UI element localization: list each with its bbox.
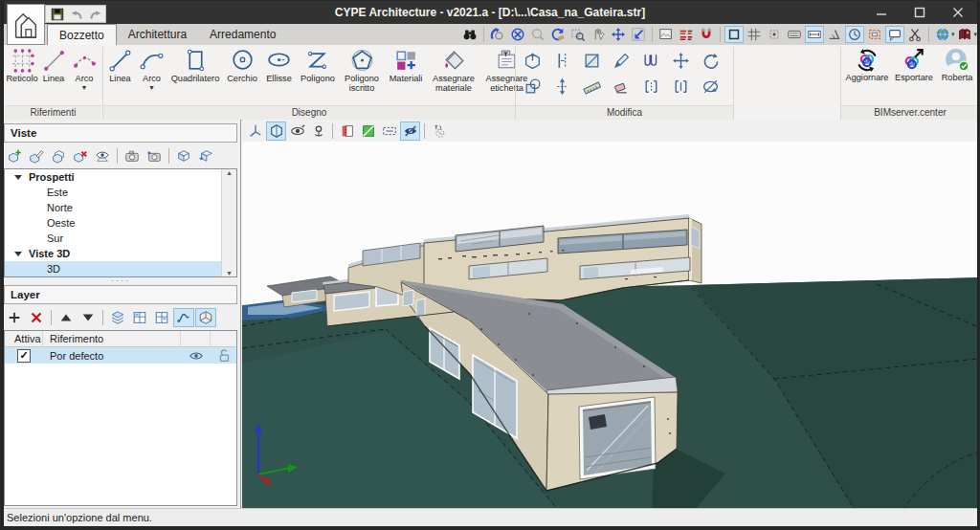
zoom-window-icon[interactable] xyxy=(568,26,588,43)
open-view-icon[interactable] xyxy=(173,146,194,166)
layer-row-por-defecto[interactable]: ✓ Por defecto xyxy=(5,347,236,364)
join-icon[interactable] xyxy=(666,74,696,99)
edit-view-icon[interactable] xyxy=(26,146,47,166)
layer-stack-icon[interactable] xyxy=(107,308,128,327)
hide-elements-icon[interactable] xyxy=(400,121,420,141)
aggiornare-button[interactable]: Aggiornare xyxy=(843,45,891,83)
tab-bozzetto[interactable]: Bozzetto xyxy=(47,24,117,46)
search-binoculars-icon[interactable] xyxy=(460,26,479,43)
poligono-iscritto-button[interactable]: Poligono iscritto xyxy=(339,45,385,94)
turntable-icon[interactable] xyxy=(308,121,328,141)
selection-box-icon[interactable] xyxy=(865,26,884,43)
intersect-icon[interactable] xyxy=(518,74,547,99)
minimize-button[interactable] xyxy=(862,1,901,24)
copy-view-icon[interactable] xyxy=(48,146,69,166)
measure-icon[interactable] xyxy=(577,74,607,99)
orbit-icon[interactable] xyxy=(287,121,307,141)
zoom-region-icon[interactable] xyxy=(488,26,507,43)
visibility-icon[interactable] xyxy=(92,146,113,166)
3d-canvas[interactable] xyxy=(242,142,979,511)
curve-toggle-icon[interactable] xyxy=(173,308,194,327)
esportare-button[interactable]: Esportare xyxy=(891,45,937,83)
move-view-icon[interactable] xyxy=(609,26,628,43)
open-view-arrow-icon[interactable] xyxy=(195,146,216,166)
layer-grid2-icon[interactable] xyxy=(151,308,172,327)
axes-icon[interactable] xyxy=(245,121,265,141)
angle-icon[interactable] xyxy=(825,26,844,43)
chevron-down-icon[interactable] xyxy=(14,252,22,256)
undo-icon[interactable] xyxy=(68,7,84,21)
tree-item-norte[interactable]: Norte xyxy=(5,200,236,215)
add-view-icon[interactable] xyxy=(4,146,25,166)
arco-rif-button[interactable]: Arco ▼ xyxy=(68,45,100,90)
tree-item-oeste[interactable]: Oeste xyxy=(5,215,236,231)
add-layer-icon[interactable] xyxy=(4,308,25,327)
web-globe-icon[interactable] xyxy=(933,26,952,43)
tree-item-este[interactable]: Este xyxy=(5,185,236,200)
render-3d-icon[interactable] xyxy=(429,121,449,141)
ortho-toggle-icon[interactable] xyxy=(724,26,744,43)
active-checkbox[interactable]: ✓ xyxy=(17,349,31,363)
ellisse-button[interactable]: Ellisse xyxy=(261,45,297,84)
tree-group-viste-3d[interactable]: Viste 3D xyxy=(5,246,236,261)
move-down-icon[interactable] xyxy=(78,308,99,327)
tree-scrollbar[interactable]: ▲▼ xyxy=(221,169,236,276)
delete-view-icon[interactable] xyxy=(70,146,91,166)
close-button[interactable] xyxy=(939,1,977,24)
cerchio-button[interactable]: Cerchio xyxy=(223,45,261,84)
quadrilatero-button[interactable]: Quadrilatero xyxy=(167,45,223,84)
annotation-icon[interactable] xyxy=(885,26,904,43)
tree-item-3d[interactable]: 3D xyxy=(5,261,222,276)
panel-splitter[interactable]: ···· xyxy=(4,278,237,284)
linea-button[interactable]: Linea xyxy=(104,45,136,84)
eye-icon[interactable] xyxy=(182,347,211,364)
redo-icon[interactable] xyxy=(87,7,103,21)
help-book-icon[interactable] xyxy=(955,26,974,43)
keyboard-icon[interactable] xyxy=(785,26,804,43)
trim-icon[interactable] xyxy=(577,48,607,74)
tab-architettura[interactable]: Architettura xyxy=(117,24,198,45)
cube-toggle-icon[interactable] xyxy=(195,308,216,327)
dxf-dwg-icon[interactable] xyxy=(677,26,696,43)
cut-icon[interactable] xyxy=(905,26,924,43)
stretch-icon[interactable] xyxy=(547,74,577,99)
maximize-button[interactable] xyxy=(901,1,939,24)
roberta-user-button[interactable]: Roberta xyxy=(937,45,977,83)
fit-view-icon[interactable] xyxy=(629,26,648,43)
layer-grid-icon[interactable] xyxy=(129,308,150,327)
tree-item-sur[interactable]: Sur xyxy=(5,231,236,246)
tab-arredamento[interactable]: Arredamento xyxy=(198,24,287,45)
poligono-button[interactable]: Poligono xyxy=(297,45,339,84)
slope-icon[interactable] xyxy=(358,121,378,141)
tree-group-prospetti[interactable]: Prospetti xyxy=(5,169,236,185)
zoom-out-icon[interactable] xyxy=(528,26,547,43)
snap-point-icon[interactable] xyxy=(765,26,784,43)
rotate-axis-icon[interactable] xyxy=(696,74,725,99)
arco-button[interactable]: Arco ▼ xyxy=(136,45,167,90)
measure-ref-icon[interactable] xyxy=(379,121,399,141)
zoom-all-icon[interactable] xyxy=(508,26,527,43)
rotate-icon[interactable] xyxy=(696,48,725,74)
array-copy-icon[interactable] xyxy=(636,48,666,74)
redraw-icon[interactable] xyxy=(548,26,568,43)
pan-icon[interactable] xyxy=(589,26,608,43)
edit-icon[interactable] xyxy=(607,48,636,74)
reticolo-button[interactable]: Reticolo xyxy=(5,45,39,84)
erase-icon[interactable] xyxy=(607,74,636,99)
divide-icon[interactable] xyxy=(636,74,666,99)
assegnare-materiale-button[interactable]: Assegnare materiale xyxy=(427,45,480,94)
chevron-down-icon[interactable] xyxy=(14,175,22,180)
move-icon[interactable] xyxy=(666,48,696,74)
section-icon[interactable] xyxy=(337,121,357,141)
camera-icon[interactable] xyxy=(122,146,143,166)
grid-toggle-icon[interactable] xyxy=(745,26,764,43)
camera-import-icon[interactable] xyxy=(144,146,165,166)
lock-open-icon[interactable] xyxy=(211,347,236,364)
offset-icon[interactable] xyxy=(547,48,577,74)
materiali-button[interactable]: Materiali xyxy=(385,45,427,84)
delete-layer-icon[interactable] xyxy=(26,308,47,327)
snap-magnet-icon[interactable] xyxy=(697,26,716,43)
linea-rif-button[interactable]: Linea xyxy=(39,45,68,84)
move-up-icon[interactable] xyxy=(56,308,77,327)
save-icon[interactable] xyxy=(49,7,65,21)
